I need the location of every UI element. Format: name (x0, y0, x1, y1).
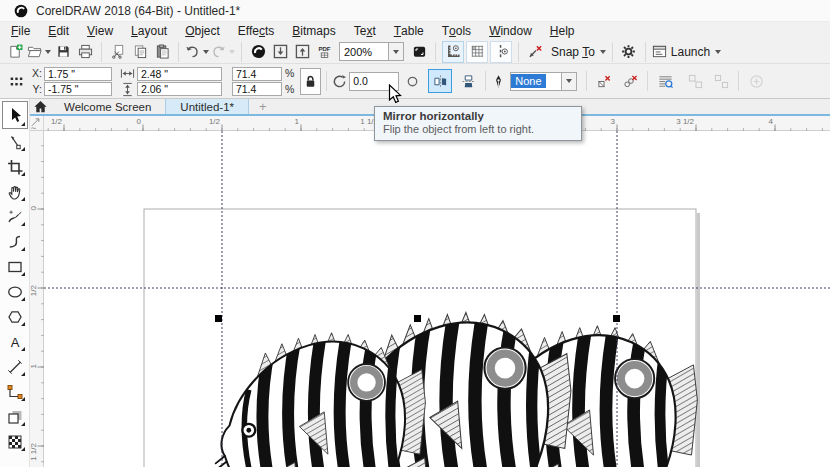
connector-tool[interactable] (2, 379, 28, 404)
ruler-origin-icon (29, 116, 44, 131)
snap-to-dropdown[interactable]: Snap To (546, 41, 607, 63)
undo-button[interactable] (184, 41, 210, 63)
options-gear-button[interactable] (618, 41, 640, 63)
canvas-viewport[interactable] (44, 131, 830, 467)
menu-item-help[interactable]: Help (541, 22, 584, 40)
clear-transformations-button[interactable] (592, 69, 616, 93)
chevron-down-icon (45, 50, 51, 54)
flyout-indicator (21, 322, 25, 326)
text-tool[interactable]: A (2, 329, 28, 354)
flyout-indicator (21, 272, 25, 276)
show-guidelines-button[interactable] (490, 41, 512, 63)
object-width-field[interactable] (137, 67, 222, 81)
svg-text:1/2: 1/2 (209, 117, 221, 126)
menu-item-tools[interactable]: Tools (433, 22, 480, 40)
show-grid-button[interactable] (466, 41, 488, 63)
rotation-center-icon (405, 74, 420, 89)
menu-item-effects[interactable]: Effects (229, 22, 283, 40)
menu-item-layout[interactable]: Layout (122, 22, 176, 40)
zoom-dropdown-button[interactable] (389, 42, 404, 61)
ruler-origin-button[interactable] (30, 116, 44, 131)
tab-welcome-screen[interactable]: Welcome Screen (50, 99, 165, 114)
lock-ratio-button[interactable] (300, 68, 321, 95)
object-height-icon (120, 82, 135, 97)
mirror-horizontally-button[interactable] (428, 69, 452, 93)
scale-v-field[interactable] (232, 82, 282, 96)
export-button[interactable] (291, 41, 313, 63)
outline-width-combo[interactable]: None (510, 72, 577, 91)
wrap-paragraph-text-button[interactable] (653, 69, 677, 93)
ellipse-tool[interactable] (2, 279, 28, 304)
page-shadow (697, 213, 701, 467)
print-icon (78, 44, 93, 59)
ungroup-objects-button[interactable] (709, 69, 733, 93)
menu-item-text[interactable]: Text (345, 22, 385, 40)
svg-text:1 1/2: 1 1/2 (30, 442, 38, 460)
shape-tool[interactable] (2, 129, 28, 154)
x-position-field[interactable] (44, 67, 112, 81)
scale-h-field[interactable] (232, 67, 282, 81)
menu-item-window[interactable]: Window (480, 22, 541, 40)
angle-of-rotation-icon (332, 74, 347, 89)
selection-handle[interactable] (613, 315, 620, 322)
chevron-down-icon (566, 79, 572, 83)
get-more-button[interactable] (247, 41, 269, 63)
menu-item-view[interactable]: View (78, 22, 122, 40)
vertical-ruler[interactable]: 01/211 1/2 (30, 131, 44, 467)
flyout-indicator (21, 347, 25, 351)
drawing-canvas[interactable] (44, 131, 830, 467)
drop-shadow-tool[interactable] (2, 404, 28, 429)
menu-item-object[interactable]: Object (176, 22, 229, 40)
pan-tool[interactable] (2, 179, 28, 204)
open-button[interactable] (26, 41, 52, 63)
rectangle-tool[interactable] (2, 254, 28, 279)
spline-tool[interactable] (2, 229, 28, 254)
dimension-tool[interactable] (2, 354, 28, 379)
paste-button[interactable] (151, 41, 173, 63)
group-objects-button[interactable] (683, 69, 707, 93)
snap-off-button[interactable] (524, 41, 546, 63)
divider (178, 42, 179, 62)
quick-customize-button[interactable] (744, 69, 768, 93)
copy-button[interactable] (129, 41, 151, 63)
divider (612, 42, 613, 62)
polygon-tool[interactable] (2, 304, 28, 329)
new-document-button[interactable] (4, 41, 26, 63)
chevron-down-icon (203, 50, 209, 54)
menu-item-bitmaps[interactable]: Bitmaps (283, 22, 344, 40)
redo-icon (211, 44, 226, 59)
cut-button[interactable] (107, 41, 129, 63)
print-button[interactable] (74, 41, 96, 63)
y-position-field[interactable] (44, 82, 112, 96)
menu-item-edit[interactable]: Edit (39, 22, 78, 40)
launch-dropdown[interactable]: Launch (651, 41, 722, 63)
outline-width-dropdown-button[interactable] (562, 72, 577, 91)
redo-button[interactable] (210, 41, 236, 63)
mirror-vertically-button[interactable] (456, 69, 480, 93)
transparency-tool[interactable] (2, 429, 28, 454)
object-position-button[interactable] (4, 69, 28, 93)
pick-tool[interactable] (2, 101, 28, 129)
object-height-field[interactable] (137, 82, 222, 96)
menu-item-file[interactable]: File (2, 22, 39, 40)
clear-effects-button[interactable] (618, 69, 642, 93)
show-rulers-button[interactable] (442, 41, 464, 63)
pdf-button[interactable]: PDF (313, 41, 335, 63)
tooltip-body: Flip the object from left to right. (383, 123, 573, 135)
zoom-level-combo[interactable]: 200% (339, 42, 404, 61)
selection-handle[interactable] (215, 315, 222, 322)
crop-tool[interactable] (2, 154, 28, 179)
freehand-tool[interactable] (2, 204, 28, 229)
quick-customize-icon (749, 74, 764, 89)
home-button[interactable] (30, 99, 50, 114)
menu-item-table[interactable]: Table (385, 22, 433, 40)
show-rulers-icon (446, 44, 461, 59)
fullscreen-button[interactable] (408, 41, 430, 63)
save-button[interactable] (52, 41, 74, 63)
new-document-tab-button[interactable]: + (249, 99, 277, 114)
selection-handle[interactable] (414, 315, 421, 322)
import-button[interactable] (269, 41, 291, 63)
object-width-icon (120, 66, 135, 81)
chevron-down-icon (393, 50, 399, 54)
tab-untitled-1[interactable]: Untitled-1* (165, 99, 249, 114)
